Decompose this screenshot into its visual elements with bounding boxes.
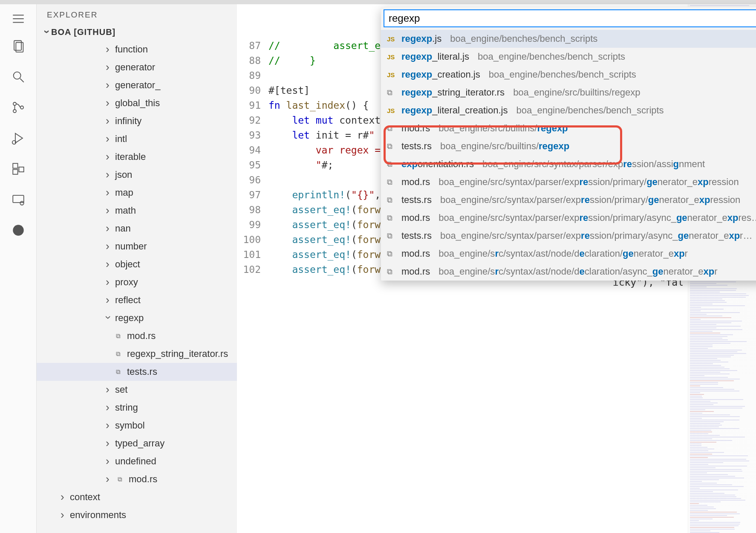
quickopen-filepath: boa_engine/src/syntax/parser/expression/… [439,212,756,223]
tree-folder[interactable]: set [37,381,237,399]
quickopen-row[interactable]: ⧉tests.rsboa_engine/src/syntax/parser/ex… [381,191,756,209]
tree-label: generator [115,62,155,73]
tree-folder[interactable]: json [37,166,237,184]
chevron-icon [106,316,111,321]
tree-folder[interactable]: object [37,255,237,273]
tree-folder[interactable]: undefined [37,452,237,470]
quickopen-filename: tests.rs [401,194,432,206]
quickopen-row[interactable]: ⧉tests.rsboa_engine/src/syntax/parser/ex… [381,227,756,245]
menu-icon[interactable] [10,10,27,27]
tree-folder[interactable]: proxy [37,273,237,291]
tree-label: infinity [115,116,141,127]
chevron-icon [106,101,111,106]
quickopen-row[interactable]: JSregexp.jsboa_engine/benches/bench_scri… [381,30,756,48]
tree-folder[interactable]: typed_array [37,435,237,452]
svg-point-2 [13,72,20,79]
tree-label: reflect [115,295,141,306]
source-control-icon[interactable] [10,99,27,116]
search-icon[interactable] [10,68,27,85]
quickopen-row[interactable]: ⧉exponentiation.rsboa_engine/src/syntax/… [381,155,756,173]
rust-file-icon: ⧉ [387,142,396,151]
js-file-icon: JS [387,35,396,43]
svg-point-12 [13,225,24,236]
quickopen-filepath: boa_engine/benches/bench_scripts [450,33,597,44]
svg-point-3 [13,102,16,105]
quickopen-row[interactable]: JSregexp_literal_creation.jsboa_engine/b… [381,101,756,119]
tree-folder[interactable]: intl [37,130,237,148]
rust-file-icon: ⧉ [387,249,396,258]
tree-label: iterable [115,151,146,162]
tree-file[interactable]: mod.rs [37,327,237,345]
tree-folder[interactable]: context [37,488,237,506]
github-icon[interactable] [10,222,27,239]
tree-label: regexp [115,313,144,324]
quickopen-input[interactable] [389,12,756,24]
chevron-icon [106,136,111,142]
quickopen-row[interactable]: ⧉mod.rsboa_engine/src/builtins/regexp [381,119,756,137]
tree-label: global_this [115,98,160,109]
tree-folder[interactable]: infinity [37,112,237,130]
quickopen-row[interactable]: JSregexp_literal.jsboa_engine/benches/be… [381,48,756,66]
explorer-icon[interactable] [10,38,27,55]
quickopen-panel: JSregexp.jsboa_engine/benches/bench_scri… [381,7,756,281]
tree-folder[interactable]: string [37,399,237,417]
quickopen-filename: exponentiation.rs [401,159,474,170]
chevron-icon [61,495,66,500]
tree-label: map [115,187,133,198]
tree-folder[interactable]: generator_ [37,76,237,94]
tree-folder[interactable]: iterable [37,148,237,166]
tree-file[interactable]: mod.rs [37,470,237,488]
tree-folder[interactable]: regexp [37,309,237,327]
rust-file-icon [113,367,123,377]
js-file-icon: JS [387,107,396,114]
tree-folder[interactable]: map [37,184,237,202]
tree-folder[interactable]: global_this [37,94,237,112]
quickopen-filename: regexp_literal.js [401,51,469,62]
tree-label: context [70,492,100,503]
tree-folder[interactable]: generator [37,58,237,76]
tree-folder[interactable]: function [37,41,237,58]
chevron-icon [106,244,111,249]
tree-folder[interactable]: math [37,202,237,220]
chevron-icon [106,119,111,124]
rust-file-icon [113,349,123,359]
svg-point-5 [20,106,23,109]
line-gutter: 87888990919293949596979899100101102 [237,38,268,533]
editor: ◫ ⋯ ↓ ≡ ✕ bal"), "tru noreCase"), ltilin… [237,4,756,533]
tree-label: number [115,241,147,252]
tree-folder[interactable]: symbol [37,417,237,435]
tree-label: mod.rs [129,474,157,485]
quickopen-filepath: boa_engine/src/syntax/parser/expression/… [440,194,740,206]
tree-folder[interactable]: reflect [37,291,237,309]
tree-label: environments [70,510,126,521]
chevron-icon [106,208,111,213]
quickopen-filepath: boa_engine/src/builtins/regexp [439,123,568,134]
quickopen-filename: mod.rs [401,212,430,223]
rust-file-icon: ⧉ [387,214,396,223]
tree-folder[interactable]: number [37,238,237,255]
tree-label: typed_array [115,438,164,449]
chevron-icon [106,190,111,195]
quickopen-row[interactable]: ⧉regexp_string_iterator.rsboa_engine/src… [381,84,756,101]
svg-rect-8 [13,169,17,174]
quickopen-row[interactable]: ⧉tests.rsboa_engine/src/builtins/regexp◫ [381,137,756,155]
sidebar-section-header[interactable]: BOA [GITHUB] [37,24,237,41]
svg-point-11 [20,201,24,205]
tree-label: nan [115,223,131,234]
tree-file[interactable]: regexp_string_iterator.rs [37,345,237,363]
quickopen-row[interactable]: ⧉mod.rsboa_engine/src/syntax/parser/expr… [381,209,756,227]
quickopen-input-wrap [384,9,756,27]
quickopen-row[interactable]: ⧉mod.rsboa_engine/src/syntax/ast/node/de… [381,263,756,281]
svg-point-4 [13,110,16,113]
quickopen-row[interactable]: ⧉mod.rsboa_engine/src/syntax/ast/node/de… [381,245,756,263]
quickopen-list: JSregexp.jsboa_engine/benches/bench_scri… [381,30,756,281]
tree-folder[interactable]: nan [37,220,237,238]
tree-file[interactable]: tests.rs [37,363,237,381]
remote-icon[interactable] [10,191,27,208]
extensions-icon[interactable] [10,160,27,177]
quickopen-row[interactable]: ⧉mod.rsboa_engine/src/syntax/parser/expr… [381,173,756,191]
tree-folder[interactable]: environments [37,506,237,524]
quickopen-row[interactable]: JSregexp_creation.jsboa_engine/benches/b… [381,66,756,84]
quickopen-filename: regexp_string_iterator.rs [401,87,505,98]
debug-icon[interactable] [10,130,27,147]
